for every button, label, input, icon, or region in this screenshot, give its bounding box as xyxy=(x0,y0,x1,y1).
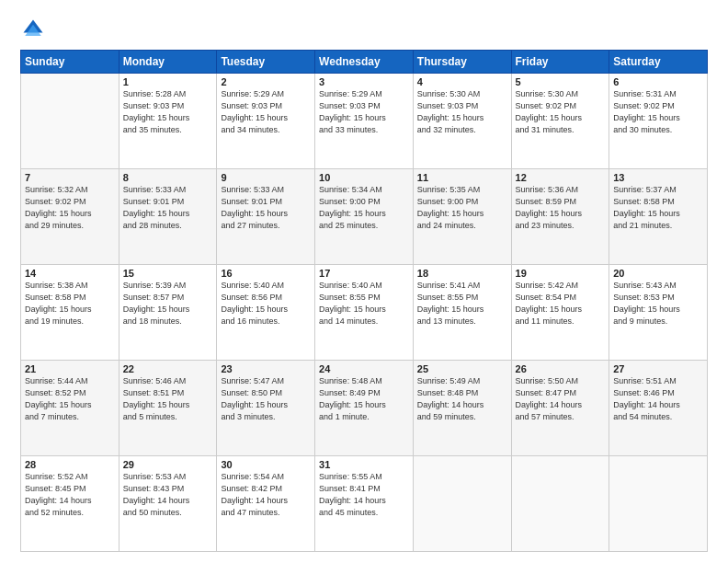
day-number: 23 xyxy=(221,363,311,374)
day-info: Sunrise: 5:33 AMSunset: 9:01 PMDaylight:… xyxy=(221,184,311,232)
day-info: Sunrise: 5:55 AMSunset: 8:41 PMDaylight:… xyxy=(319,471,409,519)
calendar-cell: 28Sunrise: 5:52 AMSunset: 8:45 PMDayligh… xyxy=(21,456,119,552)
day-info: Sunrise: 5:48 AMSunset: 8:49 PMDaylight:… xyxy=(319,375,409,423)
day-info: Sunrise: 5:37 AMSunset: 8:58 PMDaylight:… xyxy=(613,184,703,232)
header xyxy=(20,17,708,42)
day-info: Sunrise: 5:39 AMSunset: 8:57 PMDaylight:… xyxy=(123,280,213,327)
day-info: Sunrise: 5:35 AMSunset: 9:00 PMDaylight:… xyxy=(417,184,507,232)
day-info: Sunrise: 5:44 AMSunset: 8:52 PMDaylight:… xyxy=(25,375,115,423)
day-number: 15 xyxy=(123,268,213,279)
calendar-cell xyxy=(413,456,511,552)
day-info: Sunrise: 5:47 AMSunset: 8:50 PMDaylight:… xyxy=(221,375,311,423)
day-number: 1 xyxy=(123,76,213,87)
calendar-cell: 6Sunrise: 5:31 AMSunset: 9:02 PMDaylight… xyxy=(609,74,708,169)
calendar-cell: 2Sunrise: 5:29 AMSunset: 9:03 PMDaylight… xyxy=(217,74,315,169)
day-number: 24 xyxy=(319,363,409,374)
day-info: Sunrise: 5:28 AMSunset: 9:03 PMDaylight:… xyxy=(123,88,213,136)
calendar-header-wednesday: Wednesday xyxy=(315,51,414,74)
day-number: 5 xyxy=(516,76,606,87)
calendar-header-tuesday: Tuesday xyxy=(217,51,315,74)
day-number: 30 xyxy=(221,459,311,470)
day-number: 21 xyxy=(25,363,115,374)
calendar-cell: 24Sunrise: 5:48 AMSunset: 8:49 PMDayligh… xyxy=(315,361,414,456)
day-info: Sunrise: 5:49 AMSunset: 8:48 PMDaylight:… xyxy=(417,375,507,423)
day-number: 28 xyxy=(25,459,115,470)
calendar-cell: 22Sunrise: 5:46 AMSunset: 8:51 PMDayligh… xyxy=(119,361,217,456)
calendar-cell: 29Sunrise: 5:53 AMSunset: 8:43 PMDayligh… xyxy=(119,456,217,552)
calendar-header-sunday: Sunday xyxy=(21,51,119,74)
calendar-cell: 19Sunrise: 5:42 AMSunset: 8:54 PMDayligh… xyxy=(511,265,609,361)
day-number: 14 xyxy=(25,268,115,279)
calendar-cell: 9Sunrise: 5:33 AMSunset: 9:01 PMDaylight… xyxy=(217,169,315,265)
day-number: 3 xyxy=(319,76,409,87)
day-info: Sunrise: 5:42 AMSunset: 8:54 PMDaylight:… xyxy=(516,280,606,327)
day-number: 20 xyxy=(613,268,703,279)
day-info: Sunrise: 5:52 AMSunset: 8:45 PMDaylight:… xyxy=(25,471,115,519)
calendar-week-1: 1Sunrise: 5:28 AMSunset: 9:03 PMDaylight… xyxy=(21,74,708,169)
calendar-cell: 4Sunrise: 5:30 AMSunset: 9:03 PMDaylight… xyxy=(413,74,511,169)
day-info: Sunrise: 5:40 AMSunset: 8:56 PMDaylight:… xyxy=(221,280,311,327)
day-number: 2 xyxy=(221,76,311,87)
day-number: 13 xyxy=(613,172,703,183)
calendar-cell: 12Sunrise: 5:36 AMSunset: 8:59 PMDayligh… xyxy=(511,169,609,265)
day-info: Sunrise: 5:29 AMSunset: 9:03 PMDaylight:… xyxy=(221,88,311,136)
calendar-cell: 7Sunrise: 5:32 AMSunset: 9:02 PMDaylight… xyxy=(21,169,119,265)
day-number: 31 xyxy=(319,459,409,470)
calendar-table: SundayMondayTuesdayWednesdayThursdayFrid… xyxy=(20,50,708,552)
day-number: 27 xyxy=(613,363,703,374)
calendar-cell: 20Sunrise: 5:43 AMSunset: 8:53 PMDayligh… xyxy=(609,265,708,361)
day-info: Sunrise: 5:30 AMSunset: 9:03 PMDaylight:… xyxy=(417,88,507,136)
day-number: 10 xyxy=(319,172,409,183)
calendar-cell: 1Sunrise: 5:28 AMSunset: 9:03 PMDaylight… xyxy=(119,74,217,169)
day-info: Sunrise: 5:32 AMSunset: 9:02 PMDaylight:… xyxy=(25,184,115,232)
day-number: 26 xyxy=(516,363,606,374)
calendar-cell: 13Sunrise: 5:37 AMSunset: 8:58 PMDayligh… xyxy=(609,169,708,265)
calendar-cell: 17Sunrise: 5:40 AMSunset: 8:55 PMDayligh… xyxy=(315,265,414,361)
day-info: Sunrise: 5:36 AMSunset: 8:59 PMDaylight:… xyxy=(516,184,606,232)
calendar-header-friday: Friday xyxy=(511,51,609,74)
calendar-week-4: 21Sunrise: 5:44 AMSunset: 8:52 PMDayligh… xyxy=(21,361,708,456)
calendar-cell: 26Sunrise: 5:50 AMSunset: 8:47 PMDayligh… xyxy=(511,361,609,456)
calendar-cell: 21Sunrise: 5:44 AMSunset: 8:52 PMDayligh… xyxy=(21,361,119,456)
day-number: 6 xyxy=(613,76,703,87)
calendar-week-3: 14Sunrise: 5:38 AMSunset: 8:58 PMDayligh… xyxy=(21,265,708,361)
calendar-cell: 3Sunrise: 5:29 AMSunset: 9:03 PMDaylight… xyxy=(315,74,414,169)
day-info: Sunrise: 5:30 AMSunset: 9:02 PMDaylight:… xyxy=(516,88,606,136)
day-number: 19 xyxy=(516,268,606,279)
calendar-cell: 27Sunrise: 5:51 AMSunset: 8:46 PMDayligh… xyxy=(609,361,708,456)
calendar-header-thursday: Thursday xyxy=(413,51,511,74)
calendar-cell: 5Sunrise: 5:30 AMSunset: 9:02 PMDaylight… xyxy=(511,74,609,169)
calendar-cell: 8Sunrise: 5:33 AMSunset: 9:01 PMDaylight… xyxy=(119,169,217,265)
day-number: 12 xyxy=(516,172,606,183)
calendar-cell: 11Sunrise: 5:35 AMSunset: 9:00 PMDayligh… xyxy=(413,169,511,265)
day-info: Sunrise: 5:33 AMSunset: 9:01 PMDaylight:… xyxy=(123,184,213,232)
calendar-cell: 10Sunrise: 5:34 AMSunset: 9:00 PMDayligh… xyxy=(315,169,414,265)
day-number: 9 xyxy=(221,172,311,183)
calendar-cell: 31Sunrise: 5:55 AMSunset: 8:41 PMDayligh… xyxy=(315,456,414,552)
calendar-cell: 18Sunrise: 5:41 AMSunset: 8:55 PMDayligh… xyxy=(413,265,511,361)
calendar-week-2: 7Sunrise: 5:32 AMSunset: 9:02 PMDaylight… xyxy=(21,169,708,265)
calendar-cell: 14Sunrise: 5:38 AMSunset: 8:58 PMDayligh… xyxy=(21,265,119,361)
calendar-cell xyxy=(21,74,119,169)
day-info: Sunrise: 5:34 AMSunset: 9:00 PMDaylight:… xyxy=(319,184,409,232)
day-info: Sunrise: 5:29 AMSunset: 9:03 PMDaylight:… xyxy=(319,88,409,136)
calendar-cell: 23Sunrise: 5:47 AMSunset: 8:50 PMDayligh… xyxy=(217,361,315,456)
day-number: 29 xyxy=(123,459,213,470)
calendar-cell: 16Sunrise: 5:40 AMSunset: 8:56 PMDayligh… xyxy=(217,265,315,361)
day-info: Sunrise: 5:40 AMSunset: 8:55 PMDaylight:… xyxy=(319,280,409,327)
calendar-cell: 15Sunrise: 5:39 AMSunset: 8:57 PMDayligh… xyxy=(119,265,217,361)
day-number: 16 xyxy=(221,268,311,279)
calendar-cell xyxy=(609,456,708,552)
day-info: Sunrise: 5:53 AMSunset: 8:43 PMDaylight:… xyxy=(123,471,213,519)
day-number: 8 xyxy=(123,172,213,183)
day-number: 25 xyxy=(417,363,507,374)
calendar-cell: 30Sunrise: 5:54 AMSunset: 8:42 PMDayligh… xyxy=(217,456,315,552)
day-number: 17 xyxy=(319,268,409,279)
calendar-week-5: 28Sunrise: 5:52 AMSunset: 8:45 PMDayligh… xyxy=(21,456,708,552)
calendar-header-saturday: Saturday xyxy=(609,51,708,74)
calendar-header-row: SundayMondayTuesdayWednesdayThursdayFrid… xyxy=(21,51,708,74)
calendar-cell: 25Sunrise: 5:49 AMSunset: 8:48 PMDayligh… xyxy=(413,361,511,456)
day-number: 7 xyxy=(25,172,115,183)
day-info: Sunrise: 5:51 AMSunset: 8:46 PMDaylight:… xyxy=(613,375,703,423)
day-number: 4 xyxy=(417,76,507,87)
